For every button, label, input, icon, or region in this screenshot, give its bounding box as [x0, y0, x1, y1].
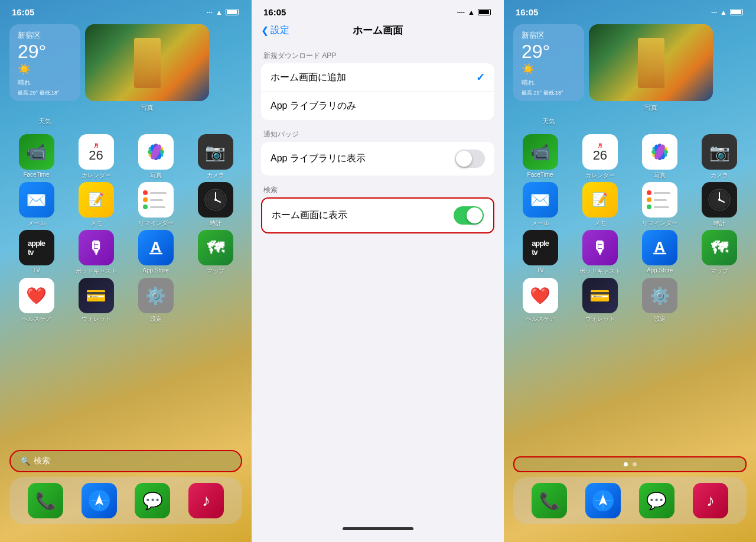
app-maps-right[interactable]: 🗺 マップ	[693, 230, 747, 275]
app-notes-right[interactable]: 📝 メモ	[573, 182, 627, 228]
toggle-show-home[interactable]	[454, 206, 484, 225]
search-bar-left[interactable]: 🔍 検索	[9, 450, 242, 472]
app-settings-right[interactable]: ⚙️ 設定	[633, 278, 687, 323]
phone-icon-left: 📞	[28, 483, 63, 518]
dock-music-left[interactable]: ♪	[188, 483, 224, 518]
time-right: 16:05	[516, 7, 538, 17]
photo-widget-label-right: 写真	[589, 103, 713, 112]
settings-battery-icon	[478, 9, 492, 15]
signal-dots-right: ···	[711, 8, 717, 17]
maps-icon-right: 🗺	[702, 230, 737, 265]
app-maps-left[interactable]: 🗺 マップ	[188, 230, 242, 275]
settings-back-button[interactable]: ❮ 設定	[261, 24, 289, 37]
dock-phone-right[interactable]: 📞	[532, 483, 567, 518]
app-grid-row2-right: ✉️ メール 📝 メモ リマインダー	[504, 181, 756, 229]
app-appstore-left[interactable]: A App Store	[129, 230, 183, 275]
app-calendar-left[interactable]: 月 26 カレンダー	[69, 134, 123, 180]
svg-point-33	[718, 199, 721, 201]
tv-icon-left: appletv	[19, 230, 54, 265]
appstore-icon-left: A	[138, 230, 174, 265]
app-empty-left	[188, 278, 242, 323]
dock-music-right[interactable]: ♪	[693, 483, 728, 518]
calendar-icon-right: 月 26	[582, 134, 618, 170]
settings-panel: 16:05 ···· ▲ ❮ 設定 ホーム画面 新規ダウンロード APP ホーム…	[252, 0, 504, 542]
dock-area-left: 🔍 検索 📞 💬 ♪	[0, 450, 252, 524]
app-grid-row4-left: ❤️ ヘルスケア 💳 ウォレット ⚙️ 設定	[0, 277, 252, 324]
dock-right: 📞 💬 ♪	[513, 477, 747, 524]
dock-left: 📞 💬 ♪	[9, 477, 242, 524]
section-card-download: ホーム画面に追加 ✓ App ライブラリのみ	[261, 63, 494, 120]
dock-phone-left[interactable]: 📞	[28, 483, 63, 518]
app-tv-right[interactable]: appletv TV	[513, 230, 567, 275]
weather-widget-left: 新宿区 29° ☀️ 晴れ 最高:29° 最低:18°	[9, 24, 80, 101]
clock-icon-left	[198, 182, 233, 218]
app-facetime-left[interactable]: 📹 FaceTime	[9, 134, 63, 180]
app-podcasts-left[interactable]: 🎙 ポッドキャスト	[69, 230, 123, 275]
mail-icon-right: ✉️	[523, 182, 558, 218]
app-settings-left[interactable]: ⚙️ 設定	[129, 278, 183, 323]
app-clock-left[interactable]: 時計	[188, 182, 242, 228]
app-camera-left[interactable]: 📷 カメラ	[188, 134, 242, 180]
right-phone: 16:05 ··· ▲ 新宿区 29° ☀️ 晴れ 最高:29° 最低:18°	[504, 0, 756, 542]
app-empty-right	[693, 278, 747, 323]
battery-icon-right	[730, 9, 744, 15]
app-podcasts-right[interactable]: 🎙 ポッドキャスト	[573, 230, 627, 275]
weather-label-right: 天気	[513, 117, 584, 126]
settings-signal: ····	[457, 8, 465, 17]
app-clock-right[interactable]: 時計	[693, 182, 747, 228]
app-tv-left[interactable]: appletv TV	[9, 230, 63, 275]
app-notes-left[interactable]: 📝 メモ	[69, 182, 123, 228]
app-photos-right[interactable]: 写真	[633, 134, 687, 180]
status-bar-left: 16:05 ··· ▲	[0, 0, 252, 20]
section-card-search-highlighted: ホーム画面に表示	[261, 197, 494, 233]
app-photos-left[interactable]: 写真	[129, 134, 183, 180]
option-app-library[interactable]: App ライブラリのみ	[261, 92, 494, 120]
settings-nav: ❮ 設定 ホーム画面	[252, 20, 504, 41]
app-camera-right[interactable]: 📷 カメラ	[693, 134, 747, 180]
app-reminders-right[interactable]: リマインダー	[633, 182, 687, 228]
app-mail-left[interactable]: ✉️ メール	[9, 182, 63, 228]
status-icons-left: ··· ▲	[207, 8, 240, 17]
weather-widget-right: 新宿区 29° ☀️ 晴れ 最高:29° 最低:18°	[513, 24, 584, 101]
app-wallet-right[interactable]: 💳 ウォレット	[573, 278, 627, 323]
settings-icon-right: ⚙️	[642, 278, 677, 313]
dock-messages-right[interactable]: 💬	[639, 483, 674, 518]
status-bar-right: 16:05 ··· ▲	[504, 0, 756, 20]
dock-safari-left[interactable]	[82, 483, 117, 518]
weather-label-left: 天気	[9, 117, 80, 126]
app-mail-right[interactable]: ✉️ メール	[513, 182, 567, 228]
back-chevron-icon: ❮	[261, 25, 269, 36]
app-appstore-right[interactable]: A App Store	[633, 230, 687, 275]
time-left: 16:05	[12, 7, 34, 17]
settings-icon-left: ⚙️	[138, 278, 174, 313]
page-dots-right-highlighted	[513, 456, 747, 472]
section-card-notification: App ライブラリに表示	[261, 142, 494, 176]
app-health-left[interactable]: ❤️ ヘルスケア	[9, 278, 63, 323]
dock-messages-left[interactable]: 💬	[135, 483, 170, 518]
toggle-show-library[interactable]	[455, 150, 485, 168]
option-show-home[interactable]: ホーム画面に表示	[262, 199, 493, 232]
dock-area-right: 📞 💬 ♪	[504, 456, 756, 524]
photo-widget-right	[589, 24, 713, 101]
app-reminders-left[interactable]: リマインダー	[129, 182, 183, 228]
app-calendar-right[interactable]: 月 26 カレンダー	[573, 134, 627, 180]
photos-icon-right	[642, 134, 677, 170]
signal-dots-left: ···	[207, 8, 213, 17]
home-bar-settings	[252, 517, 504, 542]
app-facetime-right[interactable]: 📹 FaceTime	[513, 134, 567, 180]
search-icon-left: 🔍	[20, 456, 30, 466]
option-add-home[interactable]: ホーム画面に追加 ✓	[261, 63, 494, 92]
health-icon-left: ❤️	[19, 278, 54, 313]
dock-safari-right[interactable]	[585, 483, 621, 518]
settings-time: 16:05	[263, 7, 286, 17]
app-health-right[interactable]: ❤️ ヘルスケア	[513, 278, 567, 323]
option-show-library[interactable]: App ライブラリに表示	[261, 142, 494, 176]
reminders-icon-left	[138, 182, 174, 218]
left-phone: 16:05 ··· ▲ 新宿区 29° ☀️ 晴れ 最高:29° 最低:18°	[0, 0, 252, 542]
facetime-icon-left: 📹	[19, 134, 54, 170]
photos-icon-left	[138, 134, 174, 170]
settings-status-icons: ···· ▲	[457, 8, 492, 17]
section-label-download: 新規ダウンロード APP	[252, 41, 504, 63]
clock-icon-right	[702, 182, 737, 218]
app-wallet-left[interactable]: 💳 ウォレット	[69, 278, 123, 323]
